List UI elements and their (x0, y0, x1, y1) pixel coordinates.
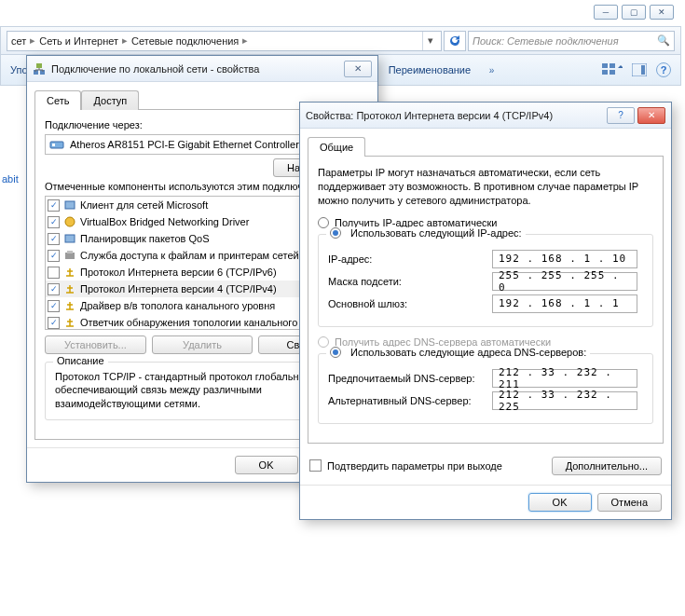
checkbox-icon[interactable]: ✓ (48, 283, 60, 295)
component-icon (63, 198, 76, 212)
radio-icon (330, 347, 341, 358)
tab-general[interactable]: Общие (308, 137, 365, 157)
adapter-name: Atheros AR8151 PCI-E Gigabit Ethernet Co… (70, 139, 299, 150)
dns-manual-label: Использовать следующие адреса DNS-сервер… (350, 347, 586, 358)
ip-address-input[interactable]: 192 . 168 . 1 . 10 (492, 250, 637, 268)
dns-manual-group: Использовать следующие адреса DNS-сервер… (318, 353, 653, 424)
search-input[interactable]: Поиск: Сетевые подключения 🔍 (468, 31, 675, 51)
component-label: Протокол Интернета версии 6 (TCP/IPv6) (80, 267, 277, 278)
refresh-button[interactable] (444, 31, 466, 51)
dns1-label: Предпочитаемый DNS-сервер: (328, 373, 492, 384)
breadcrumb-item[interactable]: Сетевые подключения (131, 35, 239, 47)
component-label: Клиент для сетей Microsoft (80, 199, 208, 211)
dns2-input[interactable]: 212 . 33 . 232 . 225 (492, 391, 637, 410)
lan-dialog-titlebar[interactable]: Подключение по локальной сети - свойства… (27, 56, 377, 82)
tab-access[interactable]: Доступ (81, 90, 139, 110)
gateway-label: Основной шлюз: (328, 298, 492, 309)
dns2-label: Альтернативный DNS-сервер: (328, 395, 492, 406)
breadcrumb[interactable]: сет▸ Сеть и Интернет▸ Сетевые подключени… (7, 31, 442, 51)
component-icon (63, 316, 76, 329)
maximize-button[interactable]: ▢ (622, 5, 646, 20)
ip-manual-group: Использовать следующий IP-адрес: IP-адре… (318, 234, 653, 327)
svg-rect-10 (52, 144, 55, 146)
checkbox-icon[interactable]: ✓ (48, 317, 60, 329)
component-icon (63, 249, 76, 262)
dns-manual-radio[interactable]: Использовать следующие адреса DNS-сервер… (326, 347, 590, 358)
network-icon (33, 62, 46, 75)
ipv4-cancel-button[interactable]: Отмена (597, 493, 662, 512)
ip-manual-radio[interactable]: Использовать следующий IP-адрес: (326, 227, 526, 239)
component-icon (63, 266, 76, 279)
svg-rect-14 (65, 253, 75, 259)
ipv4-properties-dialog: Свойства: Протокол Интернета версии 4 (T… (299, 102, 672, 520)
checkbox-icon[interactable]: ✓ (48, 233, 60, 245)
component-label: Протокол Интернета версии 4 (TCP/IPv4) (80, 283, 277, 294)
breadcrumb-dropdown[interactable]: ▾ (422, 32, 437, 50)
component-icon (63, 232, 76, 245)
component-icon (63, 282, 76, 295)
advanced-button[interactable]: Дополнительно... (552, 457, 662, 475)
help-button[interactable]: ? (656, 62, 671, 77)
checkbox-icon[interactable]: ✓ (48, 250, 60, 262)
minimize-button[interactable]: ─ (594, 5, 618, 20)
breadcrumb-item[interactable]: сет (11, 35, 26, 47)
checkbox-icon[interactable]: ✓ (48, 199, 60, 212)
more-commands[interactable]: » (489, 65, 495, 75)
ipv4-close-button[interactable]: ✕ (637, 107, 665, 124)
svg-rect-2 (602, 70, 608, 75)
component-label: Ответчик обнаружения топологии канальног… (80, 317, 334, 328)
svg-rect-8 (36, 63, 42, 68)
component-label: Планировщик пакетов QoS (80, 233, 210, 244)
gateway-input[interactable]: 192 . 168 . 1 . 1 (492, 294, 637, 313)
checkbox-icon[interactable]: ✓ (48, 216, 60, 228)
svg-rect-15 (67, 251, 73, 253)
lan-dialog-title: Подключение по локальной сети - свойства (51, 63, 259, 75)
svg-rect-1 (610, 63, 615, 68)
checkbox-icon[interactable] (48, 267, 60, 279)
ipv4-dialog-titlebar[interactable]: Свойства: Протокол Интернета версии 4 (T… (300, 103, 671, 129)
svg-rect-3 (610, 70, 615, 75)
ipv4-help-text: Параметры IP могут назначаться автоматич… (318, 166, 653, 208)
search-icon: 🔍 (657, 34, 670, 47)
ipv4-dialog-title: Свойства: Протокол Интернета версии 4 (T… (306, 110, 553, 121)
svg-rect-13 (65, 235, 75, 242)
radio-icon (330, 227, 341, 239)
validate-checkbox[interactable]: Подтвердить параметры при выходе (309, 459, 502, 472)
checkbox-icon[interactable]: ✓ (48, 300, 60, 312)
component-label: VirtualBox Bridged Networking Driver (80, 216, 249, 227)
component-icon (63, 215, 76, 228)
svg-rect-5 (641, 65, 645, 75)
search-placeholder: Поиск: Сетевые подключения (473, 35, 619, 47)
preview-pane-button[interactable] (632, 63, 647, 76)
lan-dialog-close[interactable]: ✕ (344, 61, 372, 77)
sidebar-item-fragment: abit (2, 173, 24, 185)
ipv4-ok-button[interactable]: OK (528, 493, 592, 512)
ipv4-help-button[interactable]: ? (607, 107, 635, 124)
validate-label: Подтвердить параметры при выходе (327, 460, 502, 472)
tab-network[interactable]: Сеть (34, 90, 81, 110)
close-button[interactable]: ✕ (650, 5, 674, 20)
view-icons-button[interactable] (602, 62, 623, 77)
svg-point-12 (65, 217, 75, 226)
install-button[interactable]: Установить... (45, 335, 146, 354)
adapter-icon (49, 137, 64, 152)
subnet-mask-label: Маска подсети: (328, 276, 492, 287)
rename-cmd[interactable]: Переименование подключения (389, 64, 473, 75)
checkbox-icon (309, 459, 322, 472)
lan-ok-button[interactable]: OK (235, 456, 298, 474)
svg-rect-11 (65, 201, 75, 209)
subnet-mask-input[interactable]: 255 . 255 . 255 . 0 (492, 272, 637, 291)
breadcrumb-item[interactable]: Сеть и Интернет (39, 35, 118, 47)
ip-address-label: IP-адрес: (328, 253, 492, 265)
svg-rect-0 (602, 63, 608, 68)
description-title: Описание (53, 355, 108, 366)
ip-manual-label: Использовать следующий IP-адрес: (350, 227, 522, 239)
component-icon (63, 299, 76, 312)
component-label: Драйвер в/в тополога канального уровня (80, 300, 275, 311)
uninstall-button[interactable]: Удалить (152, 335, 253, 354)
dns1-input[interactable]: 212 . 33 . 232 . 211 (492, 369, 637, 388)
